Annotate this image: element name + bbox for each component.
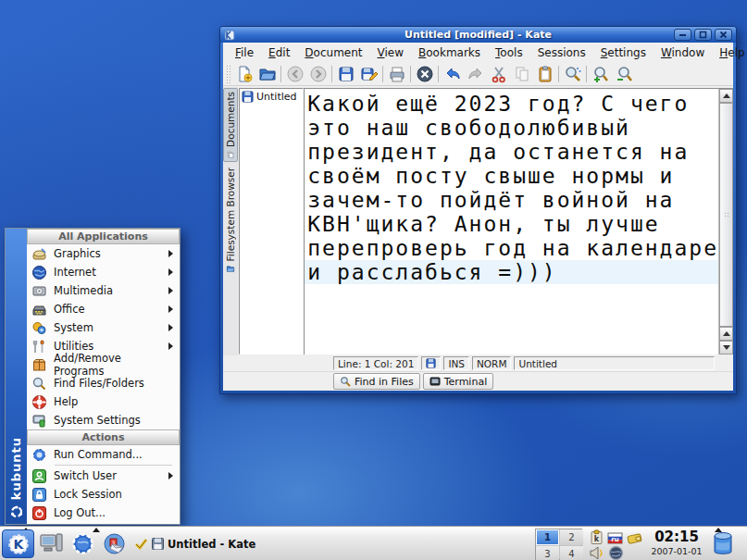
toolbar-separator: [558, 66, 559, 82]
toolbar-handle[interactable]: [226, 65, 230, 83]
clock-applet[interactable]: 02:15 2007-01-01: [645, 529, 708, 557]
kmenu-header-applications: All Applications: [27, 229, 180, 244]
editor-current-line: и расслабься =))): [305, 260, 718, 284]
menu-item-find-files[interactable]: Find Files/Folders: [27, 374, 180, 392]
menubar: File Edit Document View Bookmarks Tools …: [223, 43, 733, 62]
kmenu-side-banner: kubuntu: [6, 229, 27, 524]
undo-icon[interactable]: [441, 63, 464, 84]
menu-item-switch-user[interactable]: Switch User: [27, 467, 180, 485]
globe-icon: [31, 265, 47, 280]
pager-desktop-4[interactable]: 4: [560, 546, 583, 560]
system-menu-icon[interactable]: [37, 529, 66, 558]
menu-item-log-out[interactable]: Log Out...: [27, 504, 180, 522]
menu-item-label: Multimedia: [54, 284, 113, 297]
modified-indicator: [421, 356, 441, 370]
find-icon[interactable]: [561, 63, 584, 84]
menu-sessions[interactable]: Sessions: [530, 44, 593, 61]
network-globe-icon[interactable]: [608, 545, 624, 560]
editor-scrollbar[interactable]: [718, 89, 733, 355]
text-editor[interactable]: Какой ещё 2023 год? С чего это наш свобо…: [305, 89, 718, 355]
menu-item-system[interactable]: System: [27, 318, 180, 337]
menu-file[interactable]: File: [228, 44, 261, 61]
tab-filesystem-browser[interactable]: Filesystem Browser: [223, 164, 238, 277]
keyboard-layout-ru-icon[interactable]: ru: [607, 530, 623, 546]
redo-icon[interactable]: [464, 63, 487, 84]
menu-item-add-remove-programs[interactable]: Add/Remove Programs: [27, 355, 180, 374]
close-button[interactable]: [715, 29, 732, 41]
scroll-down-icon[interactable]: [719, 341, 733, 355]
menu-item-internet[interactable]: Internet: [27, 263, 180, 281]
taskbar-task-kate[interactable]: Untitled - Kate: [134, 529, 255, 558]
close-document-icon[interactable]: [413, 63, 436, 84]
print-icon[interactable]: [385, 63, 408, 84]
kmenu-button[interactable]: K: [2, 529, 34, 558]
menu-item-label: Lock Session: [54, 488, 122, 501]
titlebar[interactable]: Untitled [modified] - Kate: [220, 27, 736, 43]
zoom-out-icon[interactable]: [612, 63, 635, 84]
settings-monitor-icon: [31, 413, 47, 429]
utilities-icon: [31, 339, 47, 355]
office-icon: [31, 302, 47, 317]
menu-view[interactable]: View: [370, 44, 411, 61]
open-document-icon[interactable]: [255, 63, 279, 84]
document-list-item[interactable]: Untitled: [240, 89, 303, 105]
save-icon[interactable]: [334, 63, 357, 84]
scroll-up-icon[interactable]: [719, 327, 733, 341]
menu-help[interactable]: Help: [712, 44, 747, 61]
klipper-clipboard-icon[interactable]: k: [589, 529, 604, 545]
minimize-button[interactable]: [674, 29, 691, 41]
kontact-icon[interactable]: 3: [100, 529, 129, 558]
volume-icon[interactable]: [589, 545, 604, 560]
menu-bookmarks[interactable]: Bookmarks: [411, 44, 488, 61]
maximize-button[interactable]: [694, 29, 712, 41]
toolbar-separator: [382, 66, 383, 82]
paste-icon[interactable]: [533, 63, 556, 84]
pager-desktop-3[interactable]: 3: [536, 546, 559, 560]
floppy-icon: [242, 91, 254, 103]
menu-settings[interactable]: Settings: [593, 44, 654, 61]
menu-item-help[interactable]: Help: [27, 392, 180, 411]
menu-item-graphics[interactable]: Graphics: [27, 244, 180, 263]
package-icon: [31, 357, 47, 373]
menu-edit[interactable]: Edit: [261, 44, 297, 61]
new-document-icon[interactable]: [232, 63, 255, 84]
tab-terminal[interactable]: Terminal: [423, 373, 494, 390]
toolbar: [223, 62, 733, 86]
menu-item-label: Office: [54, 303, 85, 316]
kwallet-icon[interactable]: [627, 530, 642, 546]
menu-item-label: Log Out...: [54, 506, 106, 519]
menu-item-multimedia[interactable]: Multimedia: [27, 281, 180, 300]
scroll-up-icon[interactable]: [719, 89, 733, 103]
zoom-in-icon[interactable]: [589, 63, 612, 84]
copy-icon[interactable]: [510, 63, 533, 84]
menu-document[interactable]: Document: [297, 44, 369, 61]
k-menu: kubuntu All Applications Graphics Intern…: [5, 228, 181, 525]
save-as-icon[interactable]: [357, 63, 380, 84]
menu-tools[interactable]: Tools: [488, 44, 530, 61]
tab-find-in-files[interactable]: Find in Files: [333, 373, 420, 390]
menu-item-lock-session[interactable]: Lock Session: [27, 485, 180, 504]
pager-desktop-2[interactable]: 2: [560, 529, 583, 545]
trash-icon[interactable]: [708, 530, 738, 559]
menu-item-system-settings[interactable]: System Settings: [27, 411, 180, 429]
system-icon: [31, 320, 47, 336]
cut-icon[interactable]: [487, 63, 510, 84]
pager-desktop-1[interactable]: 1: [536, 529, 559, 545]
menu-item-run-command[interactable]: Run Command...: [27, 445, 180, 464]
lock-icon: [31, 487, 47, 503]
editor-line: КВН'щика? Анон, ты лучше: [305, 212, 718, 236]
lifebuoy-icon: [31, 394, 47, 410]
clock-date: 2007-01-01: [645, 546, 708, 557]
tab-documents[interactable]: Documents: [223, 88, 238, 162]
scrollbar-thumb[interactable]: [719, 103, 733, 327]
statusbar-document-name: Untitled: [514, 356, 715, 370]
forward-icon[interactable]: [306, 63, 330, 84]
document-name: Untitled: [256, 91, 297, 103]
toolview-tabs: Find in Files Terminal: [223, 371, 733, 391]
folder-icon: [224, 265, 237, 273]
editor-line: президент, да останется на: [305, 140, 718, 164]
menu-window[interactable]: Window: [654, 44, 712, 61]
back-icon[interactable]: [283, 63, 306, 84]
konqueror-icon[interactable]: [68, 529, 97, 558]
menu-item-office[interactable]: Office: [27, 300, 180, 318]
